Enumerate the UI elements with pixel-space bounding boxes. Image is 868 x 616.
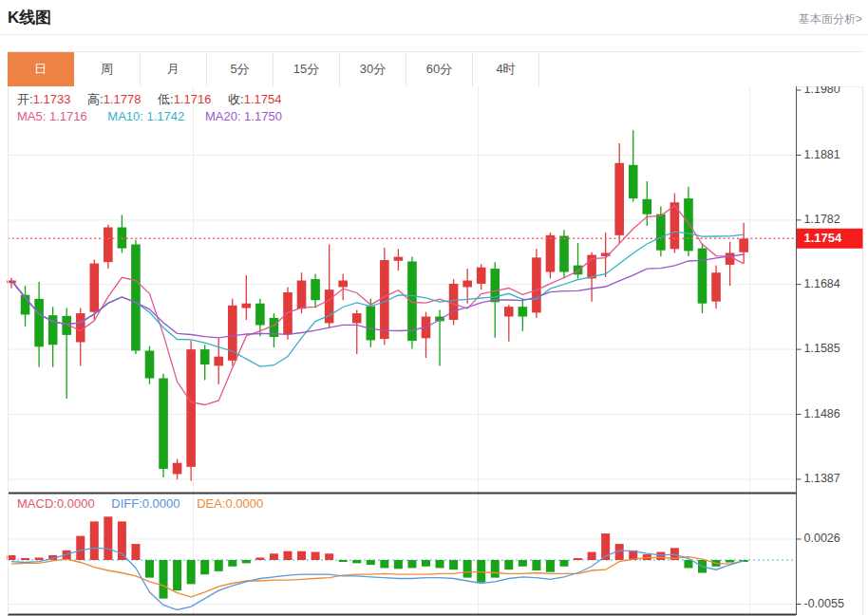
candle-body (739, 238, 748, 252)
macd-hist-bar (574, 558, 582, 560)
macd-hist-bar (284, 551, 292, 560)
y-axis-label: 1.1585 (804, 342, 840, 355)
page-title: K线图 (8, 7, 51, 28)
macd-hist-bar (242, 560, 251, 563)
macd-hist-bar (104, 516, 112, 560)
macd-hist-bar (436, 560, 444, 568)
tabbar-filler (539, 52, 862, 86)
macd-readout: MACD:0.0000 DIFF:0.0000 DEA:0.0000 (17, 496, 263, 511)
macd-hist-bar (200, 560, 209, 574)
header-divider (0, 34, 868, 35)
ohlc-readout: 开:1.1733 高:1.1778 低:1.1716 收:1.1754 (17, 91, 281, 108)
candle-body (698, 249, 708, 304)
candle-body (726, 252, 735, 264)
candle-body (684, 198, 693, 251)
candle-body (532, 257, 541, 312)
candle-body (711, 272, 721, 301)
current-price-tag-text: 1.1754 (804, 231, 843, 245)
macd-value: MACD:0.0000 (17, 496, 95, 511)
candle-body (104, 228, 113, 263)
tab-30min[interactable]: 30分 (340, 52, 406, 86)
macd-hist-bar (477, 560, 485, 583)
fundamental-analysis-link[interactable]: 基本面分析> (799, 11, 862, 28)
macd-hist-bar (491, 560, 500, 578)
ma5-value: MA5: 1.1716 (17, 109, 87, 123)
tab-60min[interactable]: 60分 (406, 52, 473, 86)
macd-hist-bar (560, 560, 569, 567)
candle-body (325, 289, 334, 323)
candle-body (504, 307, 514, 316)
tab-5min[interactable]: 5分 (207, 52, 274, 86)
low-label: 低: (158, 92, 174, 106)
macd-hist-bar (422, 560, 430, 567)
candle-body (159, 379, 168, 469)
candle-body (477, 268, 486, 284)
candle-body (76, 313, 85, 342)
candle-body (297, 281, 307, 309)
y-axis-label: 1.1684 (804, 277, 840, 290)
macd-hist-bar (532, 560, 540, 570)
candle-body (173, 463, 182, 475)
y-axis-label: 1.1980 (804, 86, 840, 96)
chart-area[interactable]: 1.19801.18811.17821.16841.15851.14861.13… (0, 86, 868, 616)
candle-body (242, 304, 252, 308)
macd-axis-label: -0.0055 (804, 597, 844, 610)
candle-body (614, 163, 624, 235)
candle-body (559, 235, 569, 271)
diff-value: DIFF:0.0000 (111, 496, 179, 511)
macd-hist-bar (173, 560, 181, 590)
macd-hist-bar (588, 552, 596, 560)
macd-hist-bar (325, 553, 333, 560)
tab-15min[interactable]: 15分 (274, 52, 340, 86)
close-value: 1.1754 (244, 92, 282, 106)
candle-body (255, 304, 265, 326)
k-pane[interactable] (8, 86, 796, 494)
candle-body (380, 260, 389, 339)
macd-hist-bar (380, 560, 388, 568)
macd-hist-bar (367, 560, 375, 565)
candle-body (34, 299, 44, 346)
close-label: 收: (228, 92, 244, 106)
macd-hist-bar (463, 560, 472, 578)
macd-hist-bar (519, 560, 527, 567)
candle-body (367, 306, 376, 340)
candle-body (546, 235, 556, 272)
period-tabbar: 日 周 月 5分 15分 30分 60分 4时 (8, 51, 862, 87)
macd-hist-bar (145, 560, 154, 578)
high-label: 高: (87, 92, 104, 106)
ma10-value: MA10: 1.1742 (107, 109, 184, 123)
macd-axis-label: 0.0026 (804, 532, 840, 545)
candle-body (186, 349, 196, 467)
macd-hist-bar (270, 553, 278, 560)
candle-body (200, 349, 210, 364)
dea-value: DEA:0.0000 (197, 496, 263, 511)
candle-body (643, 199, 652, 215)
open-value: 1.1733 (33, 92, 71, 106)
tab-day[interactable]: 日 (8, 52, 74, 86)
tab-month[interactable]: 月 (141, 52, 207, 86)
macd-hist-bar (160, 560, 168, 599)
macd-hist-bar (35, 557, 44, 560)
macd-hist-bar (504, 560, 513, 569)
open-label: 开: (17, 92, 33, 106)
candle-body (462, 281, 472, 288)
ma-readout: MA5: 1.1716 MA10: 1.1742 MA20: 1.1750 (17, 109, 282, 123)
macd-hist-bar (726, 560, 734, 563)
y-axis-label: 1.1387 (804, 472, 840, 485)
y-axis-label: 1.1881 (804, 148, 840, 161)
macd-hist-bar (352, 560, 361, 563)
tab-week[interactable]: 周 (74, 52, 141, 86)
tab-4hour[interactable]: 4时 (473, 52, 539, 86)
macd-hist-bar (684, 560, 692, 568)
kline-widget: K线图 基本面分析> 日 周 月 5分 15分 30分 60分 4时 1.198… (0, 0, 868, 616)
macd-hist-bar (339, 560, 348, 562)
macd-hist-bar (449, 560, 458, 569)
macd-hist-bar (297, 551, 306, 560)
macd-hist-bar (21, 558, 29, 560)
candle-body (90, 264, 100, 312)
k-chart-canvas[interactable]: 1.19801.18811.17821.16841.15851.14861.13… (0, 86, 868, 616)
candle-body (656, 215, 666, 251)
macd-hist-bar (187, 560, 196, 584)
macd-hist-bar (394, 560, 403, 569)
candle-body (629, 165, 638, 198)
